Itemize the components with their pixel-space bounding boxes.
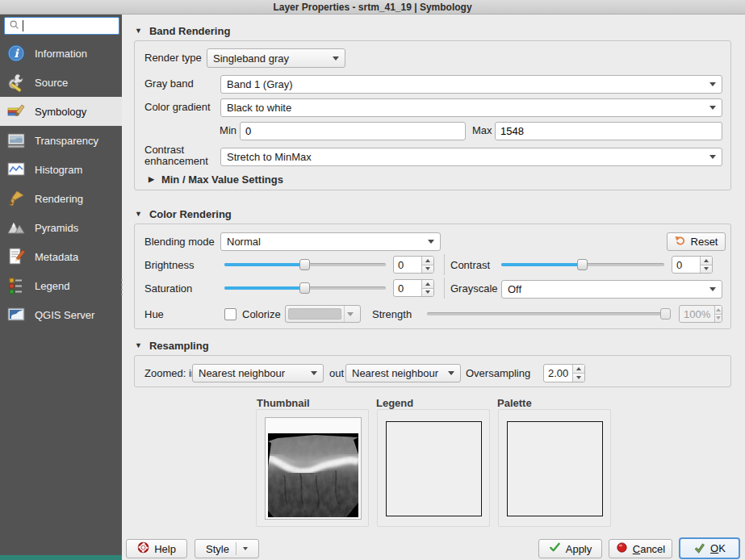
spin-up-button[interactable] — [422, 280, 433, 288]
spin-down-button[interactable] — [573, 373, 584, 382]
cancel-button[interactable]: Cancel — [609, 539, 672, 558]
chevron-down-icon — [709, 82, 716, 86]
metadata-icon — [6, 247, 26, 266]
slider-handle[interactable] — [660, 308, 671, 320]
histogram-icon — [6, 160, 26, 179]
sidebar-item-label: Information — [35, 48, 87, 60]
apply-button[interactable]: Apply — [538, 539, 602, 558]
reset-button[interactable]: Reset — [667, 232, 726, 251]
sidebar-item-histogram[interactable]: Histogram — [0, 155, 122, 184]
zoomed-in-combo[interactable]: Nearest neighbour — [192, 364, 324, 382]
saturation-spinbox[interactable]: 0 — [393, 279, 434, 297]
thumbnail-label: Thumbnail — [257, 397, 310, 409]
sidebar-item-label: QGIS Server — [35, 309, 94, 321]
zoomed-out-combo[interactable]: Nearest neighbour — [345, 364, 461, 382]
spin-up-button[interactable] — [701, 257, 712, 265]
search-icon — [9, 19, 20, 33]
min-label: Min — [216, 124, 236, 137]
thumbnail-box — [256, 409, 369, 527]
divider — [236, 542, 236, 555]
spin-up-button[interactable] — [715, 306, 722, 314]
help-lifebuoy-icon — [137, 541, 149, 556]
max-label: Max — [472, 124, 492, 137]
sidebar-item-symbology[interactable]: Symbology — [0, 97, 122, 126]
resampling-title: Resampling — [149, 340, 209, 352]
window-titlebar: Layer Properties - srtm_41_19 | Symbolog… — [0, 0, 745, 15]
symbology-icon — [6, 102, 26, 121]
color-gradient-label: Color gradient — [144, 101, 211, 114]
min-input[interactable] — [240, 122, 466, 140]
search-input[interactable] — [27, 20, 115, 32]
spin-up-button[interactable] — [422, 257, 433, 265]
colorize-color-button[interactable] — [285, 305, 361, 323]
gray-band-combo[interactable]: Band 1 (Gray) — [220, 75, 722, 94]
sidebar-item-source[interactable]: Source — [0, 68, 122, 97]
spin-down-button[interactable] — [715, 314, 722, 323]
style-button[interactable]: Style — [195, 539, 259, 558]
sidebar-item-qgis-server[interactable]: QGIS Server — [0, 300, 122, 329]
splitter-handle[interactable] — [119, 279, 124, 295]
ok-button[interactable]: OK — [679, 537, 740, 559]
sidebar-item-pyramids[interactable]: Pyramids — [0, 213, 122, 242]
sidebar-item-information[interactable]: iInformation — [0, 39, 122, 68]
color-rendering-frame: Blending mode Normal Reset Brightness 0 … — [134, 224, 731, 329]
brightness-slider[interactable] — [224, 258, 386, 271]
sidebar-item-label: Pyramids — [35, 222, 78, 234]
saturation-label: Saturation — [144, 282, 192, 295]
color-gradient-combo[interactable]: Black to white — [220, 98, 722, 117]
spin-down-button[interactable] — [422, 288, 433, 297]
sidebar-item-legend[interactable]: Legend — [0, 271, 122, 300]
chevron-down-icon — [428, 240, 434, 244]
band-rendering-header[interactable]: ▼ Band Rendering — [135, 25, 230, 37]
spin-down-button[interactable] — [422, 265, 433, 274]
sidebar-item-label: Rendering — [35, 193, 83, 205]
sidebar-item-metadata[interactable]: Metadata — [0, 242, 122, 271]
color-rendering-header[interactable]: ▼ Color Rendering — [135, 208, 232, 220]
palette-box — [498, 409, 611, 527]
chevron-down-icon — [243, 547, 248, 550]
zoomed-in-label: Zoomed: in — [144, 367, 197, 380]
oversampling-spinbox[interactable]: 2.00 — [543, 364, 585, 382]
contrast-enhancement-combo[interactable]: Stretch to MinMax — [220, 148, 722, 166]
sidebar-search-box[interactable] — [4, 17, 119, 35]
chevron-down-icon — [344, 306, 356, 322]
render-type-combo[interactable]: Singleband gray — [207, 48, 345, 68]
saturation-slider[interactable] — [224, 282, 386, 295]
sidebar-item-transparency[interactable]: Transparency — [0, 126, 122, 155]
chevron-down-icon — [709, 155, 716, 159]
contrast-slider[interactable] — [501, 258, 664, 271]
help-button[interactable]: Help — [126, 539, 187, 558]
slider-handle[interactable] — [299, 282, 310, 294]
sidebar-item-label: Metadata — [35, 251, 78, 263]
max-input[interactable] — [495, 122, 722, 140]
chevron-down-icon — [311, 371, 317, 375]
spin-down-button[interactable] — [701, 265, 712, 274]
sidebar: iInformationSourceSymbologyTransparencyH… — [0, 15, 122, 555]
sidebar-item-rendering[interactable]: Rendering — [0, 184, 122, 213]
resampling-header[interactable]: ▼ Resampling — [135, 340, 209, 352]
collapse-open-icon: ▼ — [135, 211, 142, 218]
render-type-label: Render type — [144, 52, 202, 65]
layer-properties-dialog: Layer Properties - srtm_41_19 | Symbolog… — [0, 0, 745, 560]
minmax-settings-header[interactable]: ▶ Min / Max Value Settings — [149, 173, 283, 186]
colorize-checkbox[interactable] — [224, 308, 236, 320]
contrast-spinbox[interactable]: 0 — [672, 256, 713, 274]
brightness-spinbox[interactable]: 0 — [393, 256, 434, 274]
blending-mode-combo[interactable]: Normal — [220, 232, 441, 251]
palette-preview — [507, 421, 603, 516]
band-rendering-frame: Render type Singleband gray Gray band Ba… — [134, 40, 731, 190]
collapse-open-icon: ▼ — [135, 342, 142, 349]
strength-slider[interactable] — [427, 307, 671, 320]
brightness-label: Brightness — [144, 259, 194, 272]
grayscale-label: Grayscale — [450, 282, 498, 295]
spin-up-button[interactable] — [573, 365, 584, 373]
contrast-label: Contrast — [450, 259, 490, 272]
apply-check-icon — [549, 541, 561, 556]
slider-handle[interactable] — [577, 259, 588, 270]
slider-handle[interactable] — [299, 259, 310, 270]
grayscale-combo[interactable]: Off — [501, 280, 722, 299]
text-cursor — [23, 20, 23, 31]
strength-spinbox[interactable]: 100% — [679, 305, 722, 323]
chevron-down-icon — [448, 371, 454, 375]
thumbnail-frame — [265, 417, 362, 520]
